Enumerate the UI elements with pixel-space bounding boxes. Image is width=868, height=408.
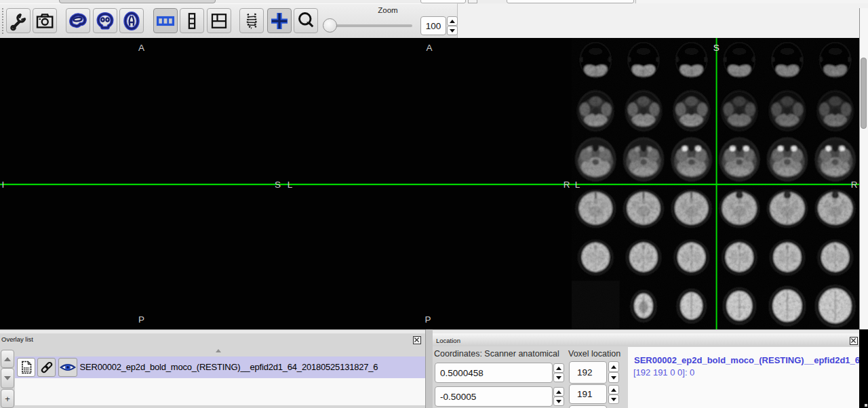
svg-text:A: A — [426, 43, 432, 53]
svg-text:R: R — [851, 180, 858, 190]
svg-text:S: S — [713, 43, 719, 53]
svg-text:A: A — [138, 43, 144, 53]
svg-text:P: P — [138, 314, 144, 325]
svg-text:S: S — [275, 180, 281, 190]
svg-text:R: R — [564, 180, 570, 190]
svg-text:L: L — [288, 180, 293, 190]
svg-text:L: L — [575, 180, 580, 190]
svg-text:I: I — [2, 180, 5, 190]
svg-text:P: P — [425, 314, 431, 325]
